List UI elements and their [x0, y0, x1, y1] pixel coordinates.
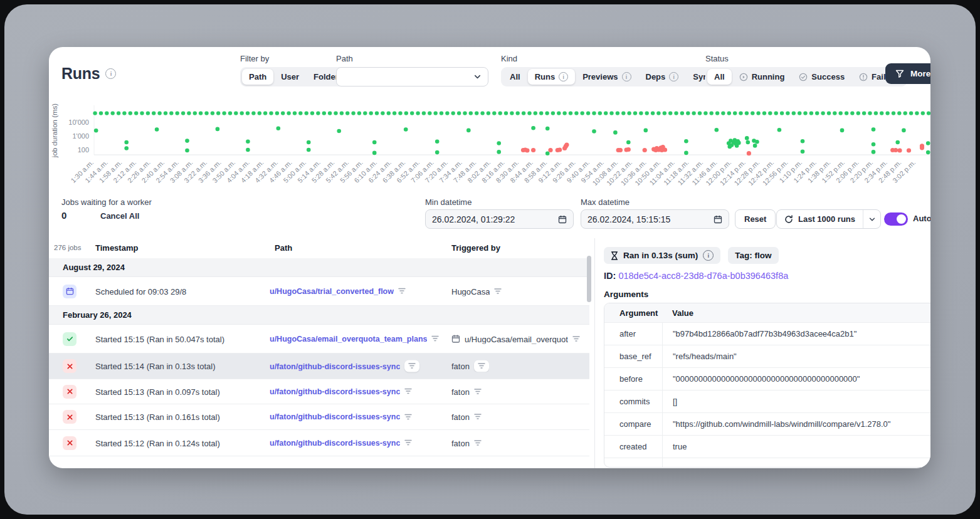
- filter-by-group: Filter by Path User Folder: [240, 54, 347, 86]
- run-row[interactable]: Started 15:13 (Ran in 0.161s total)u/fat…: [49, 404, 589, 430]
- col-triggered-by: Triggered by: [451, 243, 500, 253]
- run-triggered-by: u/HugoCasa/email_overquota_team: [465, 334, 568, 343]
- refresh-icon: [784, 215, 793, 224]
- run-id-label: ID:: [604, 271, 616, 281]
- filter-icon[interactable]: [404, 439, 412, 446]
- info-icon: i: [559, 72, 568, 81]
- calendar-icon: [714, 215, 722, 224]
- filter-icon[interactable]: [474, 439, 482, 446]
- run-row[interactable]: Started 15:13 (Ran in 0.097s total)u/fat…: [49, 379, 589, 404]
- run-timestamp: Started 15:12 (Ran in 0.124s total): [95, 438, 220, 448]
- run-triggered-by: faton: [451, 387, 470, 396]
- run-path-link[interactable]: u/HugoCasa/email_overquota_team_plans: [270, 335, 427, 343]
- runs-table-body: August 29, 2024Scheduled for 09:03 29/8u…: [49, 258, 589, 456]
- kind-option-all[interactable]: All: [503, 69, 527, 85]
- filter-by-path[interactable]: Path: [242, 69, 273, 85]
- run-path-link[interactable]: u/faton/github-discord-issues-sync: [270, 439, 400, 448]
- date-group-header: August 29, 2024: [49, 258, 589, 277]
- info-icon: i: [669, 72, 678, 81]
- runs-info-icon[interactable]: i: [105, 68, 116, 79]
- chevron-down-icon: [868, 216, 876, 223]
- page-title: Runs i: [61, 65, 116, 83]
- argument-name: commits: [604, 397, 662, 406]
- run-timestamp: Started 15:14 (Ran in 0.13s total): [95, 362, 216, 371]
- cancel-all-button[interactable]: Cancel All: [100, 211, 139, 221]
- run-timestamp: Started 15:15 (Ran in 50.047s total): [95, 334, 224, 343]
- duration-info-icon[interactable]: i: [703, 250, 714, 261]
- kind-option-label: Deps: [646, 72, 666, 81]
- status-option-success[interactable]: Success: [792, 69, 851, 85]
- jobs-count: 276 jobs: [54, 244, 81, 251]
- argument-row: after"b97b4bd12866a0b7adf77b3b4963d3acee…: [604, 322, 930, 345]
- min-datetime-input[interactable]: 26.02.2024, 01:29:22: [425, 209, 574, 229]
- toggle-knob: [897, 214, 906, 224]
- run-id-value[interactable]: 018de5c4-acc8-23d8-d76a-b0b396463f8a: [618, 271, 788, 281]
- min-datetime-value: 26.02.2024, 01:29:22: [432, 214, 515, 224]
- filter-icon[interactable]: [431, 335, 439, 342]
- filter-icon[interactable]: [474, 388, 482, 395]
- date-group-header: February 26, 2024: [49, 306, 589, 325]
- more-filters-label: More filters: [910, 69, 930, 78]
- arguments-table: Argument Value after"b97b4bd12866a0b7adf…: [604, 303, 930, 468]
- filter-icon[interactable]: [474, 414, 482, 421]
- jobs-waiting-label: Jobs waiting for a worker: [61, 197, 152, 207]
- filter-icon[interactable]: [398, 288, 406, 295]
- tag-badge-text: Tag: flow: [735, 251, 771, 260]
- duration-scatter-chart[interactable]: job duration (ms)10'0001'0001001:30 a.m.…: [49, 100, 930, 197]
- kind-option-previews[interactable]: Previewsi: [576, 69, 638, 85]
- auto-refresh-toggle[interactable]: [884, 212, 908, 226]
- run-path-link[interactable]: u/faton/github-discord-issues-sync: [270, 362, 400, 370]
- run-path-link[interactable]: u/HugoCasa/trial_converted_flow: [270, 287, 394, 296]
- col-timestamp: Timestamp: [95, 243, 138, 253]
- failure-status-icon: [63, 385, 76, 399]
- argument-value: true: [662, 436, 687, 458]
- argument-value: "000000000000000000000000000000000000000…: [662, 368, 860, 390]
- run-row[interactable]: Started 15:14 (Ran in 0.13s total)u/fato…: [49, 354, 589, 379]
- kind-option-runs[interactable]: Runsi: [528, 69, 576, 85]
- filter-icon[interactable]: [404, 388, 412, 395]
- run-detail-badges: Ran in 0.13s (sum) i Tag: flow: [604, 247, 779, 264]
- play-circle-icon: [739, 73, 748, 81]
- filter-icon[interactable]: [474, 360, 489, 372]
- status-option-running[interactable]: Running: [732, 69, 792, 85]
- run-path-link[interactable]: u/faton/github-discord-issues-sync: [270, 412, 400, 421]
- run-row[interactable]: Started 15:12 (Ran in 0.124s total)u/fat…: [49, 430, 589, 456]
- run-row[interactable]: Scheduled for 09:03 29/8u/HugoCasa/trial…: [49, 277, 589, 306]
- last-runs-dropdown-button[interactable]: [863, 210, 880, 228]
- run-timestamp: Started 15:13 (Ran in 0.097s total): [95, 387, 220, 396]
- argument-row: base_ref"refs/heads/main": [604, 345, 930, 367]
- scheduled-status-icon: [63, 285, 76, 298]
- argument-name: base_ref: [604, 352, 662, 361]
- calendar-icon: [451, 335, 460, 343]
- run-path-link[interactable]: u/faton/github-discord-issues-sync: [270, 387, 400, 396]
- max-datetime-label: Max datetime: [581, 197, 630, 207]
- filter-icon[interactable]: [494, 288, 502, 295]
- hourglass-icon: [611, 251, 618, 260]
- runs-app-window: Runs i Filter by Path User Folder Path K…: [49, 47, 930, 468]
- reset-button[interactable]: Reset: [735, 209, 776, 229]
- panel-divider: [594, 238, 595, 468]
- last-runs-label: Last 1000 runs: [798, 214, 855, 224]
- max-datetime-input[interactable]: 26.02.2024, 15:15:15: [581, 209, 729, 229]
- path-select[interactable]: [336, 67, 488, 86]
- chevron-down-icon: [473, 73, 482, 81]
- more-filters-button[interactable]: More filters: [885, 63, 930, 84]
- filter-icon[interactable]: [404, 414, 412, 421]
- status-option-all[interactable]: All: [707, 69, 732, 85]
- last-runs-button[interactable]: Last 1000 runs: [777, 210, 863, 228]
- failure-status-icon: [63, 436, 76, 450]
- run-triggered-by: HugoCasa: [451, 286, 490, 296]
- kind-label: Kind: [501, 54, 734, 63]
- table-scrollbar[interactable]: [587, 256, 591, 302]
- status-option-label: Success: [811, 72, 845, 81]
- funnel-icon: [895, 70, 904, 78]
- kind-option-deps[interactable]: Depsi: [639, 69, 686, 85]
- filter-icon[interactable]: [404, 360, 419, 372]
- filter-by-segmented: Path User Folder: [240, 67, 347, 86]
- path-filter-group: Path: [336, 54, 488, 86]
- filter-by-user[interactable]: User: [274, 69, 306, 85]
- run-row[interactable]: Started 15:15 (Ran in 50.047s total)u/Hu…: [49, 325, 589, 354]
- kind-filter-group: Kind AllRunsiPreviewsiDepsiSynci: [501, 54, 734, 86]
- filter-icon[interactable]: [572, 335, 580, 342]
- col-path: Path: [275, 243, 292, 253]
